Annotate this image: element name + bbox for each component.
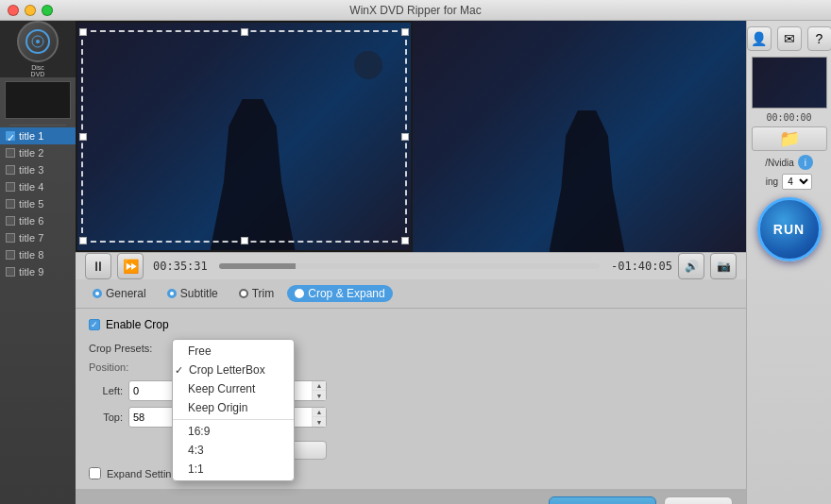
nvidia-row: /Nvidia i	[765, 155, 813, 170]
dropdown-item-16-9[interactable]: 16:9	[173, 422, 294, 441]
main-layout: DiscDVD ✓ title 1 title 2 title 3 title …	[0, 21, 831, 504]
sidebar-item-title9[interactable]: title 9	[0, 263, 76, 280]
center-content: ⏸ ⏩ 00:35:31 -01:40:05 🔊 📷 General Subti…	[76, 21, 746, 504]
checkbox-title7[interactable]	[6, 233, 15, 243]
crop-presets-dropdown[interactable]: Free Crop LetterBox Keep Current Keep Or…	[172, 339, 295, 481]
dropdown-item-keep-origin[interactable]: Keep Origin	[173, 398, 294, 417]
nvidia-label: /Nvidia	[765, 158, 794, 168]
sidebar-item-title7[interactable]: title 7	[0, 229, 76, 246]
tab-content-area: ✓ Enable Crop Crop Presets: Free	[76, 309, 746, 489]
right-sidebar: 👤 ✉ ? 00:00:00 📁 /Nvidia i ing 4 2 8 RUN	[746, 21, 831, 504]
person-icon-button[interactable]: 👤	[747, 26, 772, 51]
svg-point-2	[36, 40, 40, 43]
checkbox-title3[interactable]	[6, 165, 15, 175]
minimize-button[interactable]	[25, 5, 36, 16]
checkbox-title1[interactable]: ✓	[6, 131, 15, 141]
sidebar-item-title8[interactable]: title 8	[0, 246, 76, 263]
dropdown-item-free[interactable]: Free	[173, 342, 294, 361]
height-spinners: ▲ ▼	[312, 408, 326, 427]
tab-general-label: General	[106, 287, 146, 300]
left-sidebar: DiscDVD ✓ title 1 title 2 title 3 title …	[0, 21, 76, 504]
right-time-display: 00:00:00	[766, 112, 811, 123]
tab-crop-expand-label: Crop & Expand	[308, 287, 384, 300]
checkbox-title5[interactable]	[6, 199, 15, 209]
tab-subtitle[interactable]: Subtitle	[160, 285, 226, 302]
presets-row: Crop Presets: Free Crop LetterBox Keep C…	[89, 341, 733, 354]
dropdown-item-1-1[interactable]: 1:1	[173, 460, 294, 479]
controls-bar: ⏸ ⏩ 00:35:31 -01:40:05 🔊 📷	[76, 252, 746, 279]
run-button[interactable]: RUN	[757, 197, 822, 261]
done-button[interactable]: Done	[664, 496, 733, 504]
maximize-button[interactable]	[42, 5, 53, 16]
close-button[interactable]	[8, 5, 19, 16]
nvidia-info-icon[interactable]: i	[798, 155, 813, 170]
folder-button[interactable]: 📁	[752, 126, 827, 151]
right-preview-thumbnail	[752, 57, 827, 109]
progress-bar[interactable]	[219, 263, 600, 269]
tab-subtitle-radio[interactable]	[167, 289, 177, 298]
width-spin-up[interactable]: ▲	[313, 381, 326, 391]
top-label: Top:	[89, 412, 123, 423]
tab-general[interactable]: General	[85, 285, 154, 302]
logo-icon	[17, 21, 59, 62]
width-spinners: ▲ ▼	[312, 381, 326, 400]
tab-crop-expand[interactable]: Crop & Expand	[287, 285, 392, 302]
tabs-bar: General Subtitle Trim Crop & Expand	[76, 279, 746, 309]
height-spin-down[interactable]: ▼	[313, 417, 326, 427]
window-controls	[8, 5, 53, 16]
options-row: ing 4 2 8	[766, 174, 812, 190]
options-label: ing	[766, 176, 778, 187]
sidebar-item-title5[interactable]: title 5	[0, 195, 76, 212]
title-bar: WinX DVD Ripper for Mac	[0, 0, 831, 21]
video-area	[76, 21, 746, 252]
options-select[interactable]: 4 2 8	[782, 174, 812, 190]
help-icon-button[interactable]: ?	[807, 26, 832, 51]
tab-trim-radio[interactable]	[239, 289, 248, 298]
screenshot-button[interactable]: 📷	[710, 253, 737, 279]
sidebar-divider	[9, 125, 66, 126]
video-film-left	[77, 23, 411, 250]
sidebar-item-title4[interactable]: title 4	[0, 178, 76, 195]
right-icon-row: 👤 ✉ ?	[747, 26, 832, 51]
width-spin-down[interactable]: ▼	[313, 391, 326, 400]
apply-to-all-button[interactable]: Apply to all	[549, 496, 656, 504]
sidebar-item-title3[interactable]: title 3	[0, 161, 76, 178]
checkbox-title8[interactable]	[6, 250, 15, 260]
tab-trim[interactable]: Trim	[231, 285, 282, 302]
crop-main-row: Crop Presets: Free Crop LetterBox Keep C…	[89, 341, 733, 479]
checkbox-title2[interactable]	[6, 148, 15, 158]
height-spin-up[interactable]: ▲	[313, 408, 326, 417]
checkbox-title9[interactable]	[6, 267, 15, 277]
tab-general-radio[interactable]	[93, 289, 102, 298]
enable-crop-label: Enable Crop	[106, 318, 169, 331]
apply-done-row: Apply to all Done	[76, 489, 746, 504]
volume-button[interactable]: 🔊	[678, 253, 704, 279]
logo-area: DiscDVD	[0, 21, 76, 77]
dropdown-item-4-3[interactable]: 4:3	[173, 441, 294, 460]
crop-left-col: Crop Presets: Free Crop LetterBox Keep C…	[89, 341, 733, 479]
logo-text: DiscDVD	[31, 64, 45, 77]
message-icon-button[interactable]: ✉	[777, 26, 802, 51]
window-title: WinX DVD Ripper for Mac	[349, 4, 481, 17]
sidebar-item-title1[interactable]: ✓ title 1	[0, 127, 76, 144]
sidebar-item-title6[interactable]: title 6	[0, 212, 76, 229]
enable-crop-row: ✓ Enable Crop	[89, 318, 733, 331]
tab-crop-expand-radio[interactable]	[295, 289, 304, 298]
dropdown-item-letterbox[interactable]: Crop LetterBox	[173, 361, 294, 379]
forward-button[interactable]: ⏩	[117, 253, 144, 279]
checkbox-title6[interactable]	[6, 216, 15, 226]
dropdown-item-keep-current[interactable]: Keep Current	[173, 379, 294, 398]
time-current: 00:35:31	[153, 260, 208, 273]
title-list: ✓ title 1 title 2 title 3 title 4 title …	[0, 127, 76, 504]
video-canvas-right	[413, 21, 746, 252]
sidebar-item-title2[interactable]: title 2	[0, 144, 76, 161]
enable-crop-checkbox[interactable]: ✓	[89, 319, 100, 330]
sidebar-thumb	[5, 81, 71, 119]
video-right-panel	[413, 21, 746, 252]
checkbox-title4[interactable]	[6, 182, 15, 192]
time-remaining: -01:40:05	[611, 260, 672, 273]
expand-checkbox[interactable]	[89, 467, 101, 479]
pause-button[interactable]: ⏸	[85, 253, 111, 279]
video-left-panel	[76, 21, 413, 252]
tab-trim-label: Trim	[252, 287, 275, 300]
